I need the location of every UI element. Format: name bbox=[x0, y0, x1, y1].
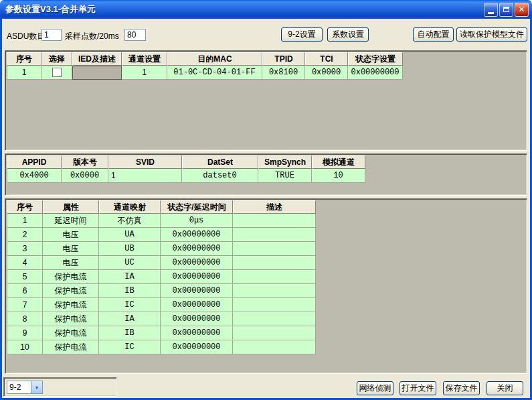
cell[interactable]: UB bbox=[99, 242, 161, 256]
column-header: SmpSynch bbox=[258, 155, 312, 169]
cell[interactable]: 0x00000000 bbox=[161, 256, 233, 270]
cell-smpsynch[interactable]: TRUE bbox=[258, 169, 312, 183]
sample-points-input[interactable] bbox=[124, 29, 146, 41]
cell[interactable]: 不仿真 bbox=[99, 214, 161, 228]
cell[interactable] bbox=[233, 242, 316, 256]
mode-dropdown[interactable]: 9-2 ▼ bbox=[7, 381, 43, 394]
cell[interactable]: 1 bbox=[7, 214, 43, 228]
table-row: 6保护电流IB0x00000000 bbox=[7, 284, 316, 298]
cell[interactable]: 电压 bbox=[43, 228, 99, 242]
cell-status-word[interactable]: 0x00000000 bbox=[348, 66, 403, 80]
column-header: 目的MAC bbox=[167, 52, 262, 66]
maximize-button[interactable] bbox=[499, 3, 513, 17]
cell[interactable]: 0x00000000 bbox=[161, 242, 233, 256]
column-header: SVID bbox=[108, 155, 182, 169]
cell[interactable]: 电压 bbox=[43, 256, 99, 270]
column-header: 序号 bbox=[7, 200, 43, 214]
cell[interactable] bbox=[233, 228, 316, 242]
cell[interactable]: UA bbox=[99, 228, 161, 242]
sv-table: APPID 版本号 SVID DatSet SmpSynch 模拟通道 0x40… bbox=[7, 155, 365, 183]
cell[interactable]: 0x00000000 bbox=[161, 326, 233, 340]
cell[interactable]: 6 bbox=[7, 284, 43, 298]
titlebar[interactable]: 参数设置V3.1-合并单元 ✕ bbox=[0, 0, 532, 19]
cell-select[interactable] bbox=[41, 66, 72, 80]
cell[interactable] bbox=[233, 270, 316, 284]
channel-table-header-row: 序号 属性 通道映射 状态字/延迟时间 描述 bbox=[7, 200, 316, 214]
cell[interactable]: IC bbox=[99, 340, 161, 354]
save-file-button[interactable]: 保存文件 bbox=[443, 381, 480, 395]
cell[interactable]: 0x00000000 bbox=[161, 228, 233, 242]
cell[interactable]: 延迟时间 bbox=[43, 214, 99, 228]
cell[interactable]: IA bbox=[99, 312, 161, 326]
cell[interactable]: IC bbox=[99, 298, 161, 312]
cell-datset[interactable]: datset0 bbox=[182, 169, 258, 183]
cell[interactable]: 7 bbox=[7, 298, 43, 312]
cell[interactable]: 0x00000000 bbox=[161, 270, 233, 284]
cell[interactable]: 2 bbox=[7, 228, 43, 242]
close-icon: ✕ bbox=[518, 5, 525, 13]
cell[interactable]: 保护电流 bbox=[43, 270, 99, 284]
sample-points-label: 采样点数/20ms bbox=[65, 31, 119, 42]
cell[interactable]: 9 bbox=[7, 326, 43, 340]
cell[interactable] bbox=[233, 312, 316, 326]
minimize-button[interactable] bbox=[484, 3, 498, 17]
cell[interactable]: UC bbox=[99, 256, 161, 270]
cell-serial[interactable]: 1 bbox=[7, 66, 41, 80]
cell[interactable]: 保护电流 bbox=[43, 284, 99, 298]
cell[interactable]: IA bbox=[99, 270, 161, 284]
read-protection-model-button[interactable]: 读取保护模型文件 bbox=[456, 27, 527, 42]
channel-grid-panel: 序号 属性 通道映射 状态字/延迟时间 描述 1延迟时间不仿真0μs2电压UA0… bbox=[5, 198, 527, 374]
column-header: TPID bbox=[262, 52, 305, 66]
cell[interactable] bbox=[233, 256, 316, 270]
titlebar-buttons: ✕ bbox=[484, 3, 532, 17]
cell[interactable]: 8 bbox=[7, 312, 43, 326]
cell[interactable]: 电压 bbox=[43, 242, 99, 256]
cell-tci[interactable]: 0x0000 bbox=[305, 66, 348, 80]
cell[interactable]: 0x00000000 bbox=[161, 298, 233, 312]
select-checkbox[interactable] bbox=[52, 68, 62, 77]
cell-ied-desc[interactable] bbox=[72, 66, 122, 80]
cell[interactable]: 0x00000000 bbox=[161, 312, 233, 326]
cell-appid[interactable]: 0x4000 bbox=[7, 169, 62, 183]
cell[interactable]: 4 bbox=[7, 256, 43, 270]
cell[interactable] bbox=[233, 214, 316, 228]
cell[interactable]: IB bbox=[99, 284, 161, 298]
cell-version[interactable]: 0x0000 bbox=[62, 169, 108, 183]
cell[interactable]: 10 bbox=[7, 340, 43, 354]
cell[interactable]: 0μs bbox=[161, 214, 233, 228]
column-header: 属性 bbox=[43, 200, 99, 214]
cell[interactable] bbox=[233, 298, 316, 312]
network-detect-button[interactable]: 网络侦测 bbox=[357, 381, 393, 395]
cell[interactable]: 3 bbox=[7, 242, 43, 256]
table-row: 10保护电流IC0x00000000 bbox=[7, 340, 316, 354]
cell-analog-channels[interactable]: 10 bbox=[312, 169, 365, 183]
open-file-button[interactable]: 打开文件 bbox=[400, 381, 436, 395]
titlebar-close-button[interactable]: ✕ bbox=[515, 3, 529, 17]
table-row: 5保护电流IA0x00000000 bbox=[7, 270, 316, 284]
cell-channel-setting[interactable]: 1 bbox=[122, 66, 167, 80]
cell-svid[interactable]: 1 bbox=[108, 169, 182, 183]
auto-config-button[interactable]: 自动配置 bbox=[413, 27, 454, 42]
sv92-settings-button[interactable]: 9-2设置 bbox=[281, 27, 323, 42]
cell[interactable]: 保护电流 bbox=[43, 298, 99, 312]
cell[interactable]: 5 bbox=[7, 270, 43, 284]
table-row: 9保护电流IB0x00000000 bbox=[7, 326, 316, 340]
cell[interactable]: 保护电流 bbox=[43, 340, 99, 354]
cell-dest-mac[interactable]: 01-0C-CD-04-01-FF bbox=[167, 66, 262, 80]
dropdown-arrow-icon[interactable]: ▼ bbox=[31, 381, 42, 393]
maximize-icon bbox=[503, 7, 509, 12]
cell-tpid[interactable]: 0x8100 bbox=[262, 66, 305, 80]
coefficient-settings-button[interactable]: 系数设置 bbox=[327, 27, 369, 42]
cell[interactable] bbox=[233, 326, 316, 340]
column-header: 状态字/延迟时间 bbox=[161, 200, 233, 214]
cell[interactable] bbox=[233, 284, 316, 298]
cell[interactable]: 0x00000000 bbox=[161, 340, 233, 354]
cell[interactable]: 保护电流 bbox=[43, 312, 99, 326]
cell[interactable] bbox=[233, 340, 316, 354]
mode-dropdown-value: 9-2 bbox=[7, 381, 31, 393]
cell[interactable]: 保护电流 bbox=[43, 326, 99, 340]
cell[interactable]: 0x00000000 bbox=[161, 284, 233, 298]
close-button[interactable]: 关闭 bbox=[486, 381, 523, 395]
asdu-count-input[interactable] bbox=[41, 29, 62, 41]
cell[interactable]: IB bbox=[99, 326, 161, 340]
